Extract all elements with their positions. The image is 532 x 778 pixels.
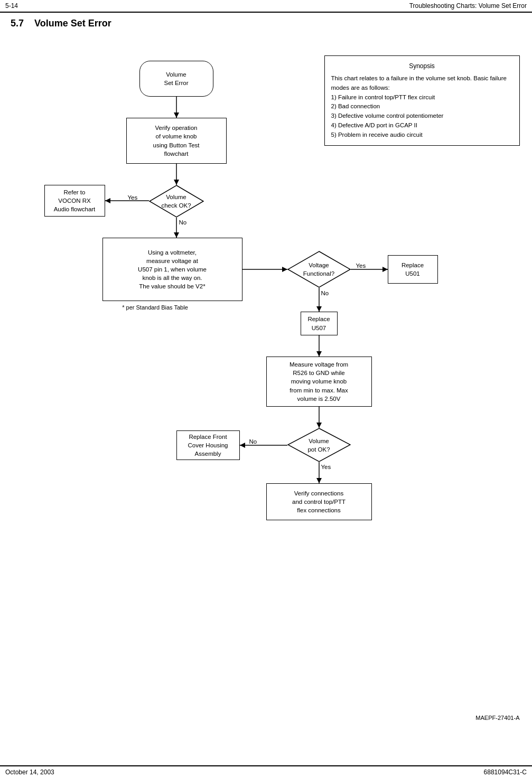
label-no-voltmeter: No	[179, 219, 187, 226]
header-left: 5-14	[5, 2, 18, 10]
node-replace-u501: Replace U501	[388, 255, 438, 284]
label-yes-connections: Yes	[321, 464, 331, 470]
svg-marker-17	[316, 423, 322, 428]
node-voltage-functional-text: Voltage Functional?	[294, 261, 344, 278]
page-content: 5.7 Volume Set Error Synopsis This chart…	[0, 13, 532, 753]
header-right: Troubleshooting Charts: Volume Set Error	[409, 2, 527, 10]
node-verify-connections: Verify connections and control top/PTT f…	[266, 483, 372, 520]
node-volume-set-error: Volume Set Error	[139, 61, 213, 97]
footer-right: 6881094C31-C	[484, 768, 527, 776]
page-footer: October 14, 2003 6881094C31-C	[0, 765, 532, 778]
label-yes-u501: Yes	[356, 263, 366, 269]
diagram-id: MAEPF-27401-A	[475, 715, 519, 721]
node-voltage-functional: Voltage Functional?	[287, 251, 351, 288]
synopsis-body: This chart relates to a failure in the v…	[331, 74, 513, 140]
synopsis-title: Synopsis	[331, 61, 513, 71]
node-volume-check-ok-text: Volume check OK?	[154, 193, 198, 210]
svg-marker-19	[240, 443, 245, 448]
footer-left: October 14, 2003	[5, 768, 54, 776]
synopsis-box: Synopsis This chart relates to a failure…	[324, 55, 520, 146]
node-per-standard: * per Standard Bias Table	[95, 303, 216, 313]
svg-marker-11	[382, 267, 388, 272]
node-replace-front-cover: Replace Front Cover Housing Assembly	[176, 430, 240, 460]
svg-marker-21	[316, 478, 322, 483]
node-volume-pot-ok-text: Volume pot OK?	[294, 436, 344, 453]
svg-marker-9	[282, 267, 287, 272]
section-title: 5.7 Volume Set Error	[11, 18, 521, 29]
label-no-u507: No	[321, 290, 329, 296]
node-volume-pot-ok: Volume pot OK?	[287, 428, 351, 462]
svg-marker-1	[174, 113, 179, 118]
node-measure-voltage: Measure voltage from R526 to GND while m…	[266, 357, 372, 407]
label-yes-vocon: Yes	[128, 194, 138, 201]
node-replace-u507: Replace U507	[301, 312, 338, 335]
node-using-voltmeter: Using a voltmeter, measure voltage at U5…	[102, 238, 242, 301]
node-verify-operation: Verify operation of volume knob using Bu…	[126, 118, 227, 164]
svg-marker-13	[316, 306, 322, 312]
page-header: 5-14 Troubleshooting Charts: Volume Set …	[0, 0, 532, 13]
svg-marker-5	[105, 198, 110, 203]
svg-marker-15	[316, 351, 322, 357]
svg-marker-3	[174, 180, 179, 185]
flowchart-area: Synopsis This chart relates to a failure…	[13, 40, 520, 726]
node-refer-to-vocon: Refer to VOCON RX Audio flowchart	[44, 185, 105, 217]
label-no-frontcover: No	[249, 438, 257, 445]
node-volume-check-ok: Volume check OK?	[149, 185, 204, 218]
svg-marker-7	[174, 232, 179, 238]
